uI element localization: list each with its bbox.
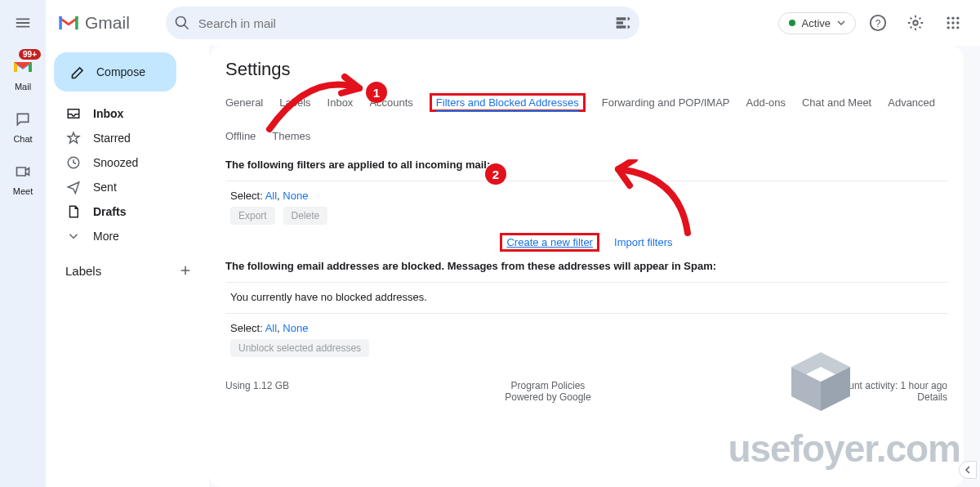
apps-button[interactable] [938,7,969,38]
export-button: Export [230,207,275,225]
svg-point-10 [956,21,959,24]
compose-label: Compose [96,65,145,78]
rail-label: Meet [13,186,33,196]
create-filter-link[interactable]: Create a new filter [506,236,593,248]
filters-section-head: The following filters are applied to all… [225,154,947,176]
svg-point-12 [951,26,954,29]
annotation-arrow-2 [606,159,704,249]
inbox-icon [65,105,82,122]
meet-icon [15,163,31,180]
sidebar-item-more[interactable]: More [54,224,209,248]
svg-point-4 [913,20,918,25]
rail-chat[interactable]: Chat [10,106,36,144]
annotation-arrow-1 [261,64,376,145]
labels-title: Labels [65,264,101,278]
watermark-text: usefoyer.com [728,427,960,471]
tab-general[interactable]: General [225,95,263,110]
rail-label: Chat [13,134,32,144]
delete-button: Delete [283,207,328,225]
chevron-down-icon [65,228,82,244]
svg-line-1 [184,25,188,29]
nav-label: Inbox [93,107,123,120]
program-policies-link[interactable]: Program Policies [505,380,590,391]
select-all-blocked[interactable]: All [265,322,277,334]
status-chip[interactable]: Active [778,12,856,34]
compose-button[interactable]: Compose [54,52,176,92]
tab-filters[interactable]: Filters and Blocked Addresses [436,95,579,112]
main-menu-button[interactable] [7,7,39,39]
storage-usage: Using 1.12 GB [225,380,289,403]
status-dot-icon [789,20,795,26]
select-none-link[interactable]: None [283,190,308,202]
select-label-2: Select: [230,322,263,334]
powered-by: Powered by Google [505,391,590,403]
sidebar-item-snoozed[interactable]: Snoozed [54,150,209,175]
sidebar-item-drafts[interactable]: Drafts [54,199,209,224]
svg-point-9 [951,21,954,24]
select-label: Select: [230,190,263,202]
annotation-box-1: Filters and Blocked Addresses [430,93,586,112]
sidebar-item-sent[interactable]: Sent [54,175,209,199]
search-icon [174,15,190,31]
star-icon [65,130,82,146]
hamburger-icon [14,14,32,32]
nav-label: Drafts [93,205,126,218]
add-label-button[interactable] [175,260,196,281]
svg-point-8 [947,21,950,24]
svg-point-5 [947,17,950,20]
gmail-logo-icon [57,11,80,34]
plus-icon [178,263,193,278]
sidebar-item-inbox[interactable]: Inbox [54,101,209,126]
chevron-left-icon [964,466,972,474]
svg-point-13 [956,26,959,29]
mail-icon [12,59,33,75]
tab-forwarding[interactable]: Forwarding and POP/IMAP [602,95,730,110]
rail-label: Mail [15,82,31,92]
sidebar: Compose Inbox Starred Snoozed Sent Draft… [46,46,209,487]
nav-label: More [93,230,119,243]
blocked-section-head: The following email addresses are blocke… [225,255,947,277]
tab-offline[interactable]: Offline [225,128,256,144]
select-none-blocked[interactable]: None [283,322,308,334]
unblock-button: Unblock selected addresses [230,339,369,357]
select-all-link[interactable]: All [265,190,277,202]
search-bar[interactable] [166,7,639,39]
draft-icon [65,203,82,220]
svg-text:?: ? [875,18,881,29]
annotation-box-2: Create a new filter [500,233,599,252]
rail-meet[interactable]: Meet [10,159,36,196]
brand-text: Gmail [85,13,130,33]
search-options-icon[interactable] [615,15,631,31]
support-button[interactable]: ? [862,7,893,38]
side-panel-toggle[interactable] [959,461,977,479]
tab-addons[interactable]: Add-ons [746,95,786,110]
app-rail: 99+ Mail Chat Meet [0,0,46,487]
gmail-logo[interactable]: Gmail [57,11,130,34]
tab-advanced[interactable]: Advanced [888,95,935,110]
chevron-down-icon [837,19,845,27]
help-icon: ? [869,14,887,32]
svg-point-0 [176,17,185,27]
nav-label: Starred [93,132,131,145]
status-text: Active [802,17,831,29]
chat-icon [15,111,31,127]
watermark-cube-icon [784,345,858,418]
tab-chat-meet[interactable]: Chat and Meet [802,95,871,110]
clock-icon [65,154,82,171]
apps-grid-icon [945,15,961,31]
settings-button[interactable] [900,7,931,38]
no-blocked-text: You currently have no blocked addresses. [225,288,947,308]
search-input[interactable] [198,16,607,30]
sent-icon [65,179,82,195]
annotation-badge-2: 2 [485,163,506,185]
unread-badge: 99+ [19,49,41,60]
header: Gmail Active ? [46,0,980,46]
svg-point-6 [951,17,954,20]
pencil-icon [70,64,87,80]
svg-point-11 [947,26,950,29]
sidebar-item-starred[interactable]: Starred [54,126,209,150]
gear-icon [906,14,924,32]
rail-mail[interactable]: 99+ Mail [10,54,36,92]
nav-label: Sent [93,181,117,194]
svg-point-7 [956,17,959,20]
